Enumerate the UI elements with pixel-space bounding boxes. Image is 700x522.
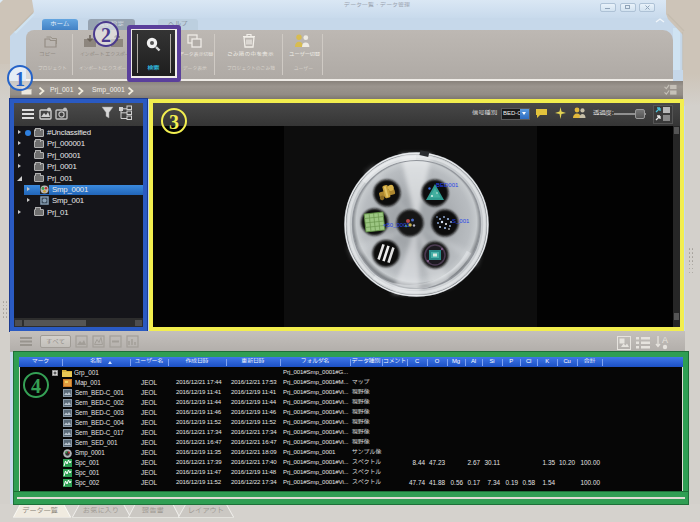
svg-text:A: A <box>662 335 668 345</box>
